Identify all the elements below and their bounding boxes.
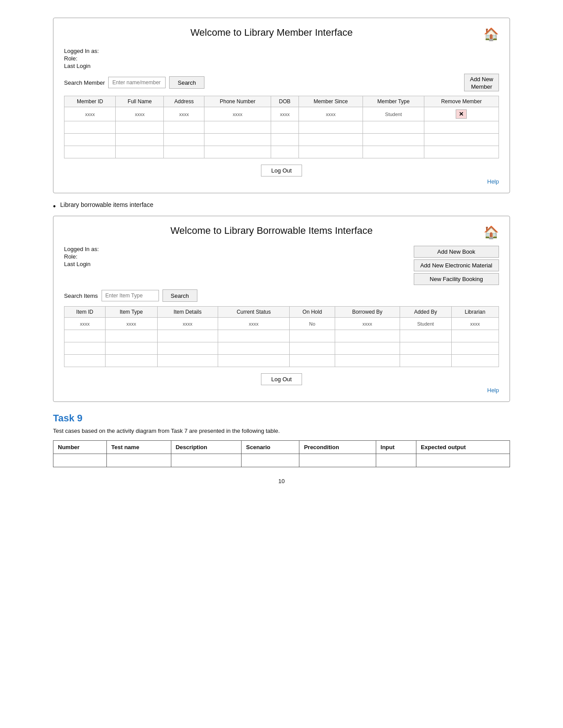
table-row: [64, 146, 499, 158]
task-col-description: Description: [171, 441, 242, 454]
task9-table: Number Test name Description Scenario Pr…: [53, 440, 510, 467]
table-row: xxxx xxxx xxxx xxxx No xxxx Student xxxx: [64, 318, 499, 330]
borrowable-log-out-button[interactable]: Log Out: [261, 373, 302, 385]
task-col-number: Number: [53, 441, 107, 454]
table-row: [64, 330, 499, 342]
remove-member-button[interactable]: ✕: [456, 109, 467, 119]
borrowable-action-buttons: Add New Book Add New Electronic Material…: [414, 246, 499, 285]
cell-on-hold: No: [290, 318, 335, 330]
cell-borrowed-by: xxxx: [335, 318, 400, 330]
task-col-input: Input: [376, 441, 416, 454]
col-phone-number: Phone Number: [204, 96, 271, 107]
table-row: [64, 342, 499, 355]
borrowable-table: Item ID Item Type Item Details Current S…: [64, 306, 499, 367]
col-item-details: Item Details: [157, 307, 218, 318]
cell-member-type: Student: [363, 107, 424, 121]
member-help-row: Help: [64, 178, 499, 185]
cell-item-id: xxxx: [64, 318, 106, 330]
cell-librarian: xxxx: [451, 318, 499, 330]
cell-remove[interactable]: ✕: [424, 107, 499, 121]
member-table: Member ID Full Name Address Phone Number…: [64, 96, 499, 158]
col-remove-member: Remove Member: [424, 96, 499, 107]
col-address: Address: [164, 96, 204, 107]
borrowable-help-link[interactable]: Help: [487, 387, 499, 394]
col-dob: DOB: [271, 96, 299, 107]
task9-section: Task 9 Test cases based on the activity …: [53, 413, 510, 467]
bullet-borrowable: • Library borrowable items interface: [53, 201, 510, 211]
col-member-type: Member Type: [363, 96, 424, 107]
task-col-expected-output: Expected output: [416, 441, 510, 454]
task9-description: Test cases based on the activity diagram…: [53, 428, 510, 434]
cell-dob: xxxx: [271, 107, 299, 121]
member-interface-header: Welcome to Library Member Interface 🏠: [64, 27, 499, 41]
bullet-borrowable-text: Library borrowable items interface: [60, 201, 153, 208]
member-log-out-button[interactable]: Log Out: [261, 165, 302, 176]
cell-phone: xxxx: [204, 107, 271, 121]
add-new-book-button[interactable]: Add New Book: [414, 246, 499, 258]
member-info-section: Logged In as: Role: Last Login: [64, 48, 499, 69]
search-items-label: Search Items: [64, 293, 98, 299]
col-member-since: Member Since: [299, 96, 363, 107]
borrowable-role-label: Role:: [64, 253, 99, 260]
search-left-group: Search Member Search: [64, 76, 204, 89]
task-col-test-name: Test name: [107, 441, 171, 454]
col-full-name: Full Name: [116, 96, 164, 107]
cell-current-status: xxxx: [218, 318, 289, 330]
task-col-precondition: Precondition: [299, 441, 376, 454]
search-items-button[interactable]: Search: [162, 289, 197, 302]
last-login-label: Last Login: [64, 63, 499, 69]
home-icon-member: 🏠: [484, 27, 499, 41]
col-current-status: Current Status: [218, 307, 289, 318]
member-footer-row: Log Out: [64, 165, 499, 176]
new-facility-booking-button[interactable]: New Facility Booking: [414, 273, 499, 285]
home-icon-borrowable: 🏠: [484, 225, 499, 240]
search-member-label: Search Member: [64, 79, 105, 86]
borrowable-footer-row: Log Out: [64, 373, 499, 385]
table-row: [64, 121, 499, 134]
table-row: [64, 134, 499, 146]
bullet-dot-icon: •: [53, 202, 56, 211]
task-table-empty-row: [53, 454, 510, 467]
cell-added-by: Student: [400, 318, 451, 330]
add-new-electronic-button[interactable]: Add New Electronic Material: [414, 259, 499, 271]
col-member-id: Member ID: [64, 96, 116, 107]
table-row: xxxx xxxx xxxx xxxx xxxx xxxx Student ✕: [64, 107, 499, 121]
borrowable-interface-box: Welcome to Library Borrowable Items Inte…: [53, 216, 510, 402]
col-item-id: Item ID: [64, 307, 106, 318]
col-item-type: Item Type: [105, 307, 157, 318]
borrowable-search-row: Search Items Search: [64, 289, 499, 302]
col-added-by: Added By: [400, 307, 451, 318]
search-member-input[interactable]: [108, 77, 166, 88]
search-member-button[interactable]: Search: [169, 76, 204, 89]
member-help-link[interactable]: Help: [487, 178, 499, 185]
task9-title: Task 9: [53, 413, 510, 424]
table-row: [64, 355, 499, 367]
member-interface-title: Welcome to Library Member Interface: [190, 27, 353, 38]
borrowable-interface-header: Welcome to Library Borrowable Items Inte…: [64, 225, 499, 240]
cell-item-type: xxxx: [105, 318, 157, 330]
task-col-scenario: Scenario: [242, 441, 299, 454]
col-on-hold: On Hold: [290, 307, 335, 318]
member-search-row: Search Member Search Add NewMember: [64, 74, 499, 91]
logged-in-as-label: Logged In as:: [64, 48, 499, 54]
cell-item-details: xxxx: [157, 318, 218, 330]
borrowable-info-buttons: Logged In as: Role: Last Login Add New B…: [64, 246, 499, 285]
col-borrowed-by: Borrowed By: [335, 307, 400, 318]
page-number: 10: [53, 478, 510, 484]
add-new-member-button[interactable]: Add NewMember: [464, 74, 499, 91]
cell-member-since: xxxx: [299, 107, 363, 121]
borrowable-last-login-label: Last Login: [64, 261, 99, 267]
cell-member-id: xxxx: [64, 107, 116, 121]
borrowable-logged-in-label: Logged In as:: [64, 246, 99, 252]
cell-full-name: xxxx: [116, 107, 164, 121]
col-librarian: Librarian: [451, 307, 499, 318]
member-interface-box: Welcome to Library Member Interface 🏠 Lo…: [53, 18, 510, 193]
borrowable-info-section: Logged In as: Role: Last Login: [64, 246, 99, 268]
cell-address: xxxx: [164, 107, 204, 121]
borrowable-help-row: Help: [64, 387, 499, 394]
borrowable-search-left: Search Items Search: [64, 289, 197, 302]
borrowable-interface-title: Welcome to Library Borrowable Items Inte…: [170, 225, 373, 236]
role-label: Role:: [64, 55, 499, 62]
search-items-input[interactable]: [102, 290, 159, 301]
